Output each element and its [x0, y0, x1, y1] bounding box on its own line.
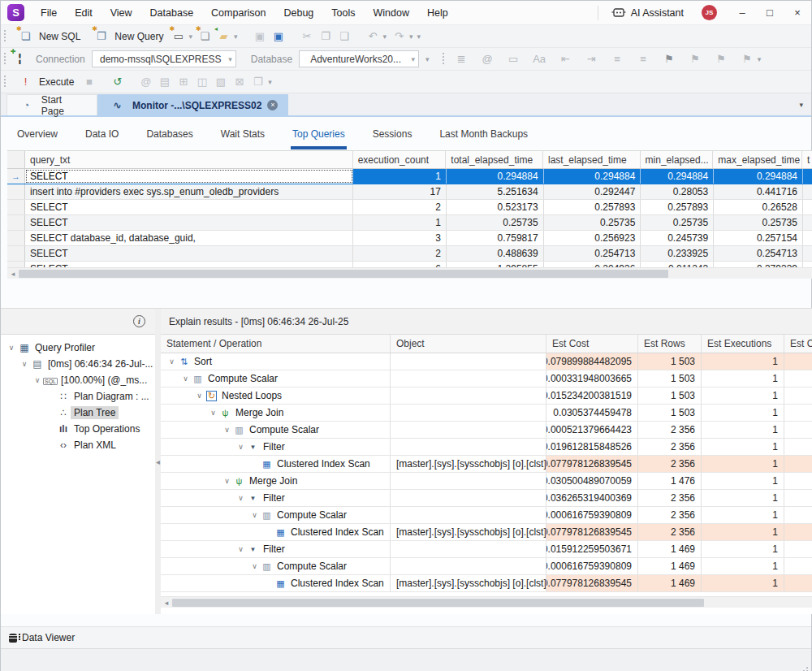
chevron-down-icon[interactable]: ▾ — [268, 78, 272, 86]
close-button[interactable]: × — [784, 2, 811, 24]
table-row[interactable]: SELECT20.4886390.2547130.2339250.254713 — [7, 246, 812, 262]
maximize-button[interactable]: □ — [756, 2, 784, 24]
menu-item-help[interactable]: Help — [419, 4, 456, 22]
statement-cell[interactable]: ▦Clustered Index Scan — [161, 456, 391, 472]
value-cell[interactable]: 0.25735 — [714, 215, 803, 230]
chevron-down-icon[interactable]: ▾ — [758, 55, 762, 63]
est-rows-cell[interactable]: 2 356 — [638, 422, 702, 438]
toolbar-grip[interactable] — [4, 76, 6, 89]
macros-icon[interactable]: @ — [481, 52, 495, 66]
est-rows-cell[interactable]: 1 469 — [638, 575, 702, 591]
statement-cell[interactable]: ∨ψMerge Join — [161, 473, 391, 489]
database-select[interactable]: AdventureWorks20... ▾ — [299, 50, 419, 67]
save-icon[interactable]: ▣ — [253, 29, 266, 43]
est-rows-cell[interactable]: 1 503 — [638, 387, 702, 404]
menu-item-comparison[interactable]: Comparison — [203, 4, 274, 22]
value-cell[interactable]: 0.25735 — [447, 215, 544, 230]
value-cell[interactable]: 0.257893 — [641, 200, 714, 214]
chevron-down-icon[interactable]: ∨ — [6, 344, 17, 352]
est-execs-cell[interactable]: 1 — [702, 558, 784, 574]
parameters-icon[interactable]: @ — [139, 75, 153, 89]
toggle-bookmark-icon[interactable]: ⚑ — [663, 52, 676, 66]
chevron-down-icon[interactable]: ∨ — [194, 392, 205, 400]
format-selection-icon[interactable]: ≡ — [637, 52, 650, 66]
info-icon[interactable]: i — [133, 315, 145, 327]
paste-icon[interactable]: ❑ — [337, 29, 351, 43]
rename-icon[interactable]: ▭ — [507, 52, 520, 66]
history-icon[interactable]: ↺ — [110, 75, 124, 89]
query-grid-hscrollbar[interactable]: ◂ — [7, 267, 812, 279]
chevron-down-icon[interactable]: ∨ — [235, 545, 246, 553]
value-cell[interactable]: 0.294884 — [714, 169, 803, 184]
tab-sessions[interactable]: Sessions — [371, 122, 414, 149]
object-cell[interactable] — [391, 387, 546, 404]
plan-row[interactable]: ▦Clustered Index Scan[master].[sys].[sys… — [161, 456, 812, 473]
chevron-down-icon[interactable]: ▾ — [425, 55, 430, 63]
object-cell[interactable] — [391, 541, 546, 557]
menu-item-file[interactable]: File — [32, 4, 65, 22]
est-execs-cell[interactable]: 1 — [702, 541, 784, 557]
object-cell[interactable] — [391, 507, 546, 523]
est-cost-cell[interactable]: 0.000331948003665 — [546, 370, 638, 387]
est-execs-cell[interactable]: 1 — [702, 575, 784, 591]
plan-row[interactable]: ∨▼Filter0.0196128158485262 3561 — [161, 439, 812, 456]
redo-icon[interactable]: ↷ — [392, 29, 406, 43]
est-rows-cell[interactable]: 1 469 — [638, 558, 702, 574]
save-all-icon[interactable]: ▣ — [271, 29, 285, 43]
est-cost-cell[interactable]: 0.000521379664423 — [546, 422, 638, 438]
menu-item-debug[interactable]: Debug — [275, 4, 322, 22]
toolbar-grip[interactable] — [4, 53, 6, 66]
execute-button[interactable]: !Execute — [11, 72, 80, 91]
object-cell[interactable]: [master].[sys].[sysschobjs] [o].[clst] — [391, 524, 546, 540]
new-sql-button[interactable]: ❏✱New SQL — [11, 27, 86, 45]
value-cell[interactable]: 0.25735 — [544, 215, 641, 230]
plan-row[interactable]: ∨▼Filter0.0159122595036711 4691 — [161, 541, 812, 558]
close-icon[interactable]: × — [267, 100, 278, 110]
object-cell[interactable]: [master].[sys].[sysschobjs] [o].[clst] — [391, 456, 546, 472]
menu-item-window[interactable]: Window — [365, 4, 417, 22]
value-cell[interactable]: 2 — [353, 200, 447, 214]
column-header-object[interactable]: Object — [391, 335, 546, 353]
plan-row[interactable]: ∨↻Nested Loops0.0152342003815191 5031 — [161, 387, 812, 405]
est-cost-cell[interactable]: 0.030500489070059 — [546, 473, 638, 489]
value-cell[interactable]: 0.26528 — [714, 200, 803, 214]
est-rows-cell[interactable]: 2 356 — [638, 490, 702, 506]
est-execs-cell[interactable]: 1 — [702, 439, 784, 455]
copy-icon[interactable]: ❐ — [318, 29, 332, 43]
chevron-down-icon[interactable]: ▾ — [409, 32, 413, 41]
format-document-icon[interactable]: ≡ — [611, 52, 624, 66]
est-cost-cell[interactable]: 0.015234200381519 — [546, 387, 638, 404]
est-execs-cell[interactable]: 1 — [702, 405, 784, 421]
clear-bookmarks-icon[interactable]: ⚑ — [741, 52, 754, 66]
value-cell[interactable]: 0.257893 — [544, 200, 641, 214]
object-cell[interactable] — [391, 490, 546, 506]
layout-icon[interactable]: ◫ — [195, 75, 209, 89]
value-cell[interactable]: 0.254713 — [544, 246, 641, 261]
explain-hscrollbar[interactable]: ◂ — [161, 596, 812, 608]
est-rows-cell[interactable]: 1 503 — [638, 353, 702, 370]
statement-cell[interactable]: ∨⇅Sort — [161, 353, 391, 370]
toolbar-grip[interactable] — [443, 53, 444, 66]
value-cell[interactable]: 0.254713 — [714, 246, 803, 261]
statement-cell[interactable]: ∨▥Compute Scalar — [161, 507, 391, 523]
decrease-indent-icon[interactable]: ⇤ — [559, 52, 572, 66]
est-cost-cell[interactable]: 0.0305374459478 — [546, 405, 638, 421]
est-rows-cell[interactable]: 2 356 — [638, 456, 702, 472]
comment-icon[interactable]: ≣ — [455, 52, 469, 66]
value-cell[interactable]: 0.25735 — [641, 215, 714, 230]
chevron-down-icon[interactable]: ∨ — [222, 426, 232, 434]
doc-tab-monitor[interactable]: ∿Monitor -...\SQLEXPRESS02× — [97, 94, 288, 115]
est-execs-cell[interactable]: 1 — [702, 507, 784, 523]
est-cost-cell[interactable]: 0.000616759390809 — [546, 558, 638, 574]
previous-bookmark-icon[interactable]: ⚑ — [689, 52, 702, 66]
column-header-t[interactable]: t — [802, 151, 812, 168]
est-execs-cell[interactable]: 1 — [702, 456, 784, 472]
est-rows-cell[interactable]: 2 356 — [638, 507, 702, 523]
est-rows-cell[interactable]: 1 503 — [638, 405, 702, 421]
statement-cell[interactable]: ∨▥Compute Scalar — [161, 422, 391, 438]
user-avatar[interactable]: JS — [702, 5, 717, 20]
object-cell[interactable] — [391, 353, 546, 370]
scrollbar-thumb[interactable] — [172, 599, 704, 607]
value-cell[interactable]: 17 — [353, 184, 447, 199]
column-header-query_txt[interactable]: query_txt — [25, 151, 353, 168]
